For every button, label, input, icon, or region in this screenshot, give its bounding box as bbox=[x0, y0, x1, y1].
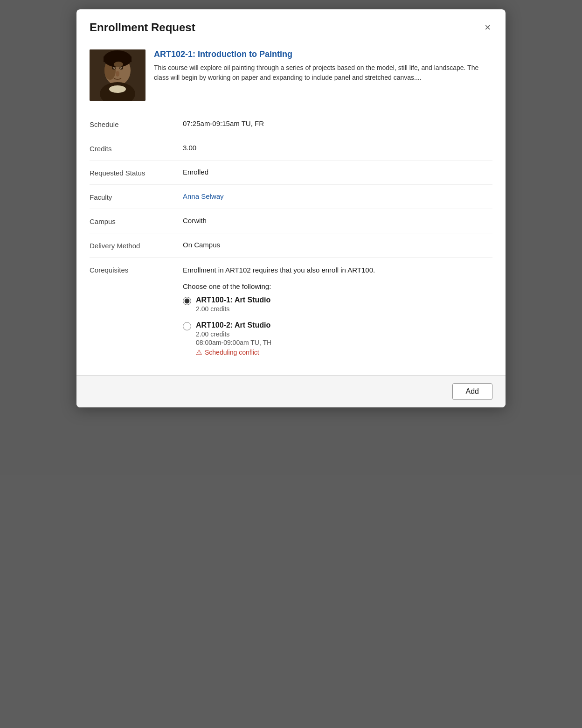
course-title-link[interactable]: ART102-1: Introduction to Painting bbox=[154, 49, 492, 59]
modal-body: ART102-1: Introduction to Painting This … bbox=[76, 42, 506, 375]
course-description: This course will explore oil painting th… bbox=[154, 63, 492, 83]
coreq-option-1-credits: 2.00 credits bbox=[196, 305, 270, 313]
svg-rect-14 bbox=[104, 56, 132, 62]
coreq-radio-2[interactable] bbox=[183, 322, 191, 330]
modal-header: Enrollment Request × bbox=[76, 9, 506, 42]
status-label: Requested Status bbox=[90, 168, 183, 177]
coreq-label: Corequisites bbox=[90, 265, 183, 274]
course-header: ART102-1: Introduction to Painting This … bbox=[90, 49, 492, 101]
conflict-indicator: ⚠ Scheduling conflict bbox=[196, 348, 271, 357]
modal-backdrop: Enrollment Request × bbox=[0, 0, 582, 728]
close-button[interactable]: × bbox=[483, 21, 492, 35]
credits-value: 3.00 bbox=[183, 144, 492, 152]
modal-footer: Add bbox=[76, 375, 506, 407]
coreq-option-1-content: ART100-1: Art Studio 2.00 credits bbox=[196, 296, 270, 314]
coreq-text: Enrollment in ART102 requires that you a… bbox=[183, 265, 492, 276]
svg-point-10 bbox=[113, 68, 114, 69]
faculty-link[interactable]: Anna Selway bbox=[183, 192, 224, 200]
warning-icon: ⚠ bbox=[196, 348, 202, 357]
coreq-option-2-credits: 2.00 credits bbox=[196, 330, 271, 338]
svg-point-12 bbox=[116, 71, 119, 77]
add-button[interactable]: Add bbox=[452, 383, 492, 400]
svg-point-4 bbox=[109, 85, 126, 93]
coreq-content: Enrollment in ART102 requires that you a… bbox=[183, 265, 492, 364]
campus-row: Campus Corwith bbox=[90, 209, 492, 233]
coreq-option-1-label: ART100-1: Art Studio bbox=[196, 296, 270, 304]
course-info: ART102-1: Introduction to Painting This … bbox=[154, 49, 492, 83]
conflict-text: Scheduling conflict bbox=[205, 349, 259, 356]
faculty-row: Faculty Anna Selway bbox=[90, 185, 492, 209]
campus-value: Corwith bbox=[183, 217, 492, 224]
coreq-option-2-label: ART100-2: Art Studio bbox=[196, 321, 271, 329]
coreq-option-2-content: ART100-2: Art Studio 2.00 credits 08:00a… bbox=[196, 321, 271, 357]
delivery-value: On Campus bbox=[183, 241, 492, 249]
schedule-label: Schedule bbox=[90, 119, 183, 128]
coreq-radio-1[interactable] bbox=[183, 297, 191, 305]
status-value: Enrolled bbox=[183, 168, 492, 176]
modal-title: Enrollment Request bbox=[90, 21, 195, 34]
coreq-row: Corequisites Enrollment in ART102 requir… bbox=[90, 258, 492, 364]
enrollment-modal: Enrollment Request × bbox=[76, 9, 506, 407]
choose-label: Choose one of the following: bbox=[183, 282, 492, 290]
delivery-label: Delivery Method bbox=[90, 241, 183, 250]
course-image bbox=[90, 49, 146, 101]
status-row: Requested Status Enrolled bbox=[90, 161, 492, 185]
coreq-option-1: ART100-1: Art Studio 2.00 credits bbox=[183, 296, 492, 314]
faculty-label: Faculty bbox=[90, 192, 183, 201]
coreq-option-2: ART100-2: Art Studio 2.00 credits 08:00a… bbox=[183, 321, 492, 357]
credits-row: Credits 3.00 bbox=[90, 136, 492, 161]
delivery-row: Delivery Method On Campus bbox=[90, 233, 492, 258]
svg-point-11 bbox=[121, 68, 122, 69]
schedule-row: Schedule 07:25am-09:15am TU, FR bbox=[90, 112, 492, 136]
schedule-value: 07:25am-09:15am TU, FR bbox=[183, 119, 492, 127]
coreq-option-2-schedule: 08:00am-09:00am TU, TH bbox=[196, 339, 271, 346]
credits-label: Credits bbox=[90, 144, 183, 153]
campus-label: Campus bbox=[90, 217, 183, 225]
svg-point-15 bbox=[114, 62, 123, 67]
